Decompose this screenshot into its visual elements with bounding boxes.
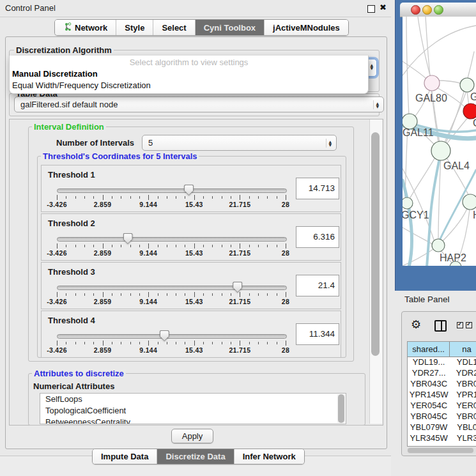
threshold-slider-track[interactable] [57, 237, 287, 242]
numerical-attributes-list[interactable]: SelfLoopsTopologicalCoefficientBetweenne… [40, 393, 346, 424]
threshold-value-field[interactable]: 14.713 [296, 178, 339, 199]
slider-scale-label: 15.43 [185, 346, 203, 354]
threshold-slider-track[interactable] [57, 188, 287, 193]
cell-shared-name[interactable]: YBR043C [408, 379, 450, 390]
threshold-label: Threshold 2 [48, 219, 95, 228]
table-row[interactable]: YIL052CYIL0 [408, 444, 476, 447]
network-node-gal80[interactable] [424, 75, 440, 91]
table-row[interactable]: YDR27...YDR2 [408, 368, 476, 379]
table-row[interactable]: YER054CYER0 [408, 401, 476, 411]
horizontal-scrollbar-thumb[interactable] [408, 448, 473, 453]
cell-shared-name[interactable]: YDR27... [408, 368, 450, 379]
cell-name[interactable]: YIL0 [450, 444, 476, 447]
slider-tick [176, 245, 176, 247]
cell-name[interactable]: YLR3 [450, 433, 476, 444]
table-data-value: galFiltered.sif default node [20, 100, 373, 109]
list-scrollbar[interactable] [337, 394, 345, 423]
attribute-item[interactable]: TopologicalCoefficient [40, 405, 346, 417]
network-window-titlebar[interactable] [400, 3, 476, 17]
tab-impute-data[interactable]: Impute Data [93, 449, 157, 464]
network-node-hap2[interactable] [432, 239, 445, 252]
slider-tick [231, 293, 231, 296]
threshold-slider-thumb[interactable] [160, 330, 169, 341]
table-row[interactable]: YDL19...YDL1 [408, 357, 476, 368]
popup-option-equal-width-frequency[interactable]: Equal Width/Frequency Discretization [12, 81, 151, 90]
slider-tick [203, 196, 204, 199]
cell-name[interactable]: YER0 [450, 401, 476, 411]
cell-name[interactable]: YBR0 [450, 379, 476, 390]
slider-tick [222, 293, 222, 296]
threshold-slider-thumb[interactable] [184, 185, 194, 196]
popup-option-manual-discretization[interactable]: Manual Discretization [12, 69, 98, 79]
bottom-tab-bar: Impute DataDiscretize DataInfer Network [92, 449, 305, 464]
gear-icon[interactable]: ⚙ [411, 318, 421, 331]
network-node-ga[interactable] [460, 78, 474, 92]
table-row[interactable]: YBR043CYBR0 [408, 379, 476, 390]
slider-tick [240, 195, 240, 200]
tab-cyni-toolbox[interactable]: Cyni Toolbox [196, 20, 265, 35]
close-icon[interactable]: ✖ [380, 3, 387, 12]
slider-tick [222, 245, 222, 247]
cell-shared-name[interactable]: YIL052C [408, 444, 450, 447]
slider-ticks [57, 292, 286, 298]
vertical-scrollbar-thumb[interactable] [371, 132, 380, 356]
horizontal-scrollbar[interactable] [407, 447, 476, 454]
tab-discretize-data[interactable]: Discretize Data [157, 449, 234, 464]
column-header-shared-name[interactable]: shared... [408, 342, 450, 357]
slider-scale-label: 2.859 [94, 346, 112, 354]
cell-name[interactable]: YDR2 [450, 368, 476, 379]
network-node-gal4[interactable] [431, 141, 450, 160]
vertical-scrollbar[interactable] [369, 119, 382, 424]
threshold-value-field[interactable]: 21.4 [296, 275, 339, 296]
slider-tick [212, 245, 213, 247]
table-row[interactable]: YLR345WYLR3 [408, 433, 476, 444]
tab-style[interactable]: Style [116, 20, 153, 35]
tab-infer-network[interactable]: Infer Network [234, 449, 304, 464]
cell-shared-name[interactable]: YBR045C [408, 411, 450, 422]
threshold-value-field[interactable]: 6.316 [296, 226, 339, 248]
threshold-slider-thumb[interactable] [123, 233, 133, 244]
slider-tick [112, 293, 112, 296]
column-header-name[interactable]: na [450, 342, 476, 357]
cell-shared-name[interactable]: YDL19... [408, 357, 450, 368]
table-row[interactable]: YBL079WYBL0 [408, 422, 476, 433]
cell-name[interactable]: YBR0 [450, 411, 476, 422]
table-header-row: shared... na [408, 342, 476, 357]
minimize-traffic-light-icon[interactable] [422, 5, 432, 15]
network-node-gcy1[interactable] [403, 197, 413, 209]
tab-select[interactable]: Select [153, 20, 195, 35]
table-data-combobox[interactable]: galFiltered.sif default node ▲▼ [14, 96, 384, 112]
network-node-h[interactable] [463, 194, 476, 210]
threshold-3-box: Threshold 3 -3.4262.8599.14415.4321.7152… [41, 262, 341, 309]
network-node-c[interactable] [463, 104, 476, 119]
threshold-value-field[interactable]: 11.344 [296, 323, 339, 345]
network-canvas[interactable]: GAL80GACGAL11GAL4GCY1HHAP2 [403, 17, 476, 266]
threshold-slider-track[interactable] [57, 334, 287, 339]
cell-shared-name[interactable]: YER054C [408, 401, 450, 411]
cell-shared-name[interactable]: YPR145W [408, 390, 450, 401]
select-checkbox-icon[interactable] [466, 322, 472, 328]
network-node-label: GAL4 [443, 160, 470, 171]
cell-name[interactable]: YPR1 [450, 390, 476, 401]
tab-network[interactable]: Network [55, 20, 116, 35]
zoom-traffic-light-icon[interactable] [434, 5, 443, 15]
close-traffic-light-icon[interactable] [411, 5, 420, 15]
select-checkbox-icon[interactable] [457, 322, 463, 328]
cell-name[interactable]: YDL1 [450, 357, 476, 368]
cell-shared-name[interactable]: YLR345W [408, 433, 450, 444]
threshold-slider-track[interactable] [57, 286, 287, 290]
number-of-intervals-combobox[interactable]: 5 ▲▼ [142, 135, 337, 151]
float-window-icon[interactable] [367, 5, 375, 13]
apply-button[interactable]: Apply [171, 429, 213, 443]
table-row[interactable]: YPR145WYPR1 [408, 390, 476, 401]
table-row[interactable]: YBR045CYBR0 [408, 411, 476, 422]
cell-name[interactable]: YBL0 [450, 422, 476, 433]
tab-jactivemnodules[interactable]: jActiveMNodules [265, 20, 348, 35]
threshold-slider-thumb[interactable] [233, 282, 242, 293]
slider-scale-labels: -3.4262.8599.14415.4321.71528 [57, 249, 286, 257]
slider-tick [93, 293, 94, 296]
attribute-item[interactable]: BetweennessCentrality [40, 417, 346, 424]
cell-shared-name[interactable]: YBL079W [408, 422, 450, 433]
column-layout-icon[interactable] [434, 320, 447, 332]
attribute-item[interactable]: SelfLoops [40, 394, 346, 405]
